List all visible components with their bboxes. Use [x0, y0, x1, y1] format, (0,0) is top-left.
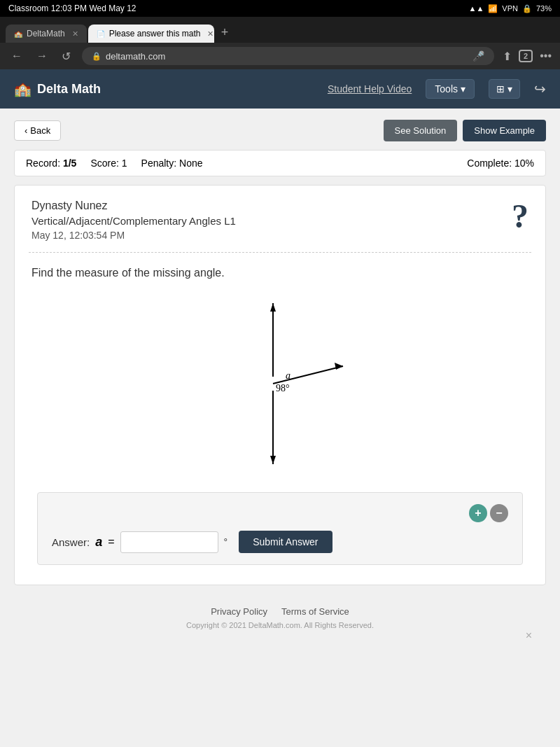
problem-timestamp: May 12, 12:03:54 PM	[31, 230, 236, 241]
footer-close-button[interactable]: ×	[526, 629, 532, 642]
answer-label: Answer:	[52, 536, 90, 548]
url-text: deltamath.com	[106, 51, 468, 62]
tools-chevron-icon: ▾	[461, 83, 465, 95]
logout-button[interactable]: ↪	[534, 81, 546, 97]
tools-button-label: Tools	[435, 83, 458, 95]
zoom-plus-button[interactable]: +	[469, 504, 487, 522]
answer-input[interactable]	[120, 531, 218, 553]
footer-links: Privacy Policy Terms of Service	[14, 606, 546, 617]
penalty-label: Penalty: None	[141, 158, 203, 169]
calculator-chevron-icon: ▾	[507, 83, 512, 95]
svg-marker-5	[335, 363, 343, 370]
vpn-badge: VPN	[502, 4, 518, 13]
diagram-container: a 98°	[31, 296, 528, 478]
answer-equals: =	[108, 536, 114, 548]
privacy-policy-link[interactable]: Privacy Policy	[211, 606, 267, 617]
record-bar: Record: 1/5 Score: 1 Penalty: None Compl…	[14, 150, 546, 176]
app-logo: 🏫 Delta Math	[14, 81, 101, 97]
tab-deltamath-close[interactable]: ✕	[72, 29, 78, 39]
share-button[interactable]: ⬆	[503, 50, 512, 63]
tab-deltamath-icon: 🏫	[14, 30, 22, 38]
browser-chrome: 🏫 DeltaMath ✕ 📄 Please answer this math …	[0, 17, 560, 69]
tab-count-badge[interactable]: 2	[519, 50, 533, 62]
calculator-button[interactable]: ⊞ ▾	[489, 79, 520, 99]
status-bar: Classroom 12:03 PM Wed May 12 ▲▲ 📶 VPN 🔒…	[0, 0, 560, 17]
app-logo-text: Delta Math	[37, 82, 101, 97]
battery-level: 73%	[536, 4, 552, 13]
calculator-icon: ⊞	[496, 83, 505, 95]
header-right: Student Help Video Tools ▾ ⊞ ▾ ↪	[328, 79, 546, 99]
footer-copyright: Copyright © 2021 DeltaMath.com. All Righ…	[14, 621, 546, 629]
back-button[interactable]: ‹ Back	[14, 120, 61, 141]
action-bar: ‹ Back See Solution Show Example	[14, 120, 546, 141]
lock-status-icon: 🔒	[522, 4, 532, 13]
back-chevron-icon: ‹	[24, 125, 27, 136]
main-content: ‹ Back See Solution Show Example Record:…	[0, 109, 560, 648]
record-left: Record: 1/5 Score: 1 Penalty: None	[26, 158, 203, 169]
answer-section: + − Answer: a = ° Submit Answer	[37, 492, 523, 565]
problem-header: Dynasty Nunez Vertical/Adjacent/Compleme…	[15, 186, 545, 252]
right-buttons: See Solution Show Example	[384, 120, 546, 141]
mic-icon[interactable]: 🎤	[472, 50, 484, 62]
back-button-label: Back	[30, 125, 50, 136]
problem-type: Vertical/Adjacent/Complementary Angles L…	[31, 215, 236, 227]
complete-label: Complete: 10%	[467, 158, 534, 169]
svg-line-4	[273, 366, 343, 384]
zoom-controls: + −	[469, 504, 508, 522]
forward-nav-button[interactable]: →	[34, 48, 50, 64]
tab-answer-close[interactable]: ✕	[207, 29, 214, 39]
answer-row: Answer: a = ° Submit Answer	[52, 531, 508, 553]
see-solution-button[interactable]: See Solution	[384, 120, 458, 141]
problem-question: Find the measure of the missing angle.	[31, 267, 528, 279]
tab-deltamath[interactable]: 🏫 DeltaMath ✕	[6, 25, 87, 43]
footer: Privacy Policy Terms of Service Copyrigh…	[14, 585, 546, 636]
svg-marker-1	[270, 303, 276, 312]
reload-button[interactable]: ↺	[59, 48, 74, 64]
complete-value: 10%	[514, 158, 534, 169]
problem-body: Find the measure of the missing angle.	[15, 253, 545, 585]
browser-actions: ⬆ 2 •••	[503, 50, 552, 63]
answer-controls: + −	[52, 504, 508, 522]
student-name: Dynasty Nunez	[31, 200, 236, 212]
tab-answer-label: Please answer this math	[109, 29, 201, 39]
problem-card: Dynasty Nunez Vertical/Adjacent/Compleme…	[14, 185, 546, 585]
tab-bar: 🏫 DeltaMath ✕ 📄 Please answer this math …	[0, 17, 560, 43]
student-info: Dynasty Nunez Vertical/Adjacent/Compleme…	[31, 200, 236, 241]
more-options-button[interactable]: •••	[540, 50, 552, 62]
zoom-minus-button[interactable]: −	[490, 504, 508, 522]
app-header: 🏫 Delta Math Student Help Video Tools ▾ …	[0, 69, 560, 109]
wifi-icon: 📶	[488, 4, 498, 13]
new-tab-button[interactable]: +	[216, 22, 234, 43]
svg-text:a: a	[286, 370, 290, 381]
url-bar: ← → ↺ 🔒 deltamath.com 🎤 ⬆ 2 •••	[0, 43, 560, 69]
url-input[interactable]: 🔒 deltamath.com 🎤	[82, 47, 494, 65]
answer-variable: a	[95, 535, 102, 550]
penalty-value: None	[179, 158, 202, 169]
deltamath-logo-icon: 🏫	[14, 81, 31, 97]
show-example-button[interactable]: Show Example	[463, 120, 546, 141]
tools-button[interactable]: Tools ▾	[426, 79, 475, 99]
lock-icon: 🔒	[92, 52, 102, 61]
score-value: 1	[122, 158, 127, 169]
tab-deltamath-label: DeltaMath	[27, 29, 65, 39]
submit-answer-button[interactable]: Submit Answer	[239, 531, 332, 553]
degree-symbol: °	[224, 536, 228, 547]
angle-diagram: a 98°	[203, 296, 357, 478]
terms-of-service-link[interactable]: Terms of Service	[281, 606, 349, 617]
signal-icon: ▲▲	[469, 4, 484, 13]
status-right: ▲▲ 📶 VPN 🔒 73%	[469, 4, 552, 13]
status-classroom: Classroom 12:03 PM Wed May 12	[8, 4, 136, 13]
back-nav-button[interactable]: ←	[8, 48, 25, 64]
help-icon[interactable]: ?	[512, 200, 528, 233]
tab-answer-math[interactable]: 📄 Please answer this math ✕	[88, 25, 214, 43]
score-label: Score: 1	[90, 158, 127, 169]
help-video-link[interactable]: Student Help Video	[328, 83, 412, 95]
record-value: 1/5	[63, 158, 76, 169]
svg-marker-3	[270, 456, 276, 464]
record-label: Record: 1/5	[26, 158, 76, 169]
status-left: Classroom 12:03 PM Wed May 12	[8, 4, 136, 13]
tab-answer-icon: 📄	[97, 30, 105, 38]
svg-text:98°: 98°	[276, 383, 290, 393]
